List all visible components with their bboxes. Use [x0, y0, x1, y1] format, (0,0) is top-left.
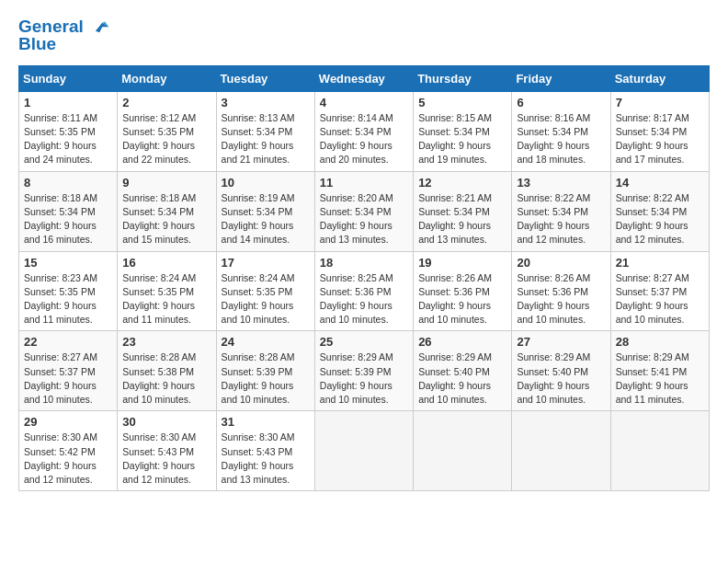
day-info: Sunrise: 8:26 AMSunset: 5:36 PMDaylight:… [517, 271, 605, 327]
day-number: 23 [122, 335, 210, 349]
day-info: Sunrise: 8:15 AMSunset: 5:34 PMDaylight:… [418, 111, 506, 167]
calendar-container: General Blue SundayMondayTuesdayWednesda… [0, 0, 728, 500]
day-info: Sunrise: 8:29 AMSunset: 5:40 PMDaylight:… [418, 350, 506, 407]
calendar-cell: 28Sunrise: 8:29 AMSunset: 5:41 PMDayligh… [610, 331, 709, 411]
day-info: Sunrise: 8:28 AMSunset: 5:38 PMDaylight:… [122, 350, 210, 407]
day-number: 15 [24, 256, 112, 270]
day-info: Sunrise: 8:19 AMSunset: 5:34 PMDaylight:… [222, 191, 310, 247]
day-info: Sunrise: 8:27 AMSunset: 5:37 PMDaylight:… [616, 271, 704, 327]
day-number: 25 [320, 335, 408, 349]
calendar-cell: 2Sunrise: 8:12 AMSunset: 5:35 PMDaylight… [118, 91, 216, 171]
calendar-cell: 22Sunrise: 8:27 AMSunset: 5:37 PMDayligh… [19, 331, 118, 411]
calendar-cell: 21Sunrise: 8:27 AMSunset: 5:37 PMDayligh… [610, 251, 709, 331]
calendar-cell: 18Sunrise: 8:25 AMSunset: 5:36 PMDayligh… [314, 251, 413, 331]
calendar-cell [414, 411, 512, 491]
calendar-cell: 4Sunrise: 8:14 AMSunset: 5:34 PMDaylight… [314, 91, 413, 171]
calendar-cell: 19Sunrise: 8:26 AMSunset: 5:36 PMDayligh… [414, 251, 512, 331]
col-header-sunday: Sunday [19, 65, 118, 91]
day-number: 10 [222, 176, 310, 190]
day-number: 21 [616, 256, 704, 270]
calendar-cell [610, 411, 709, 491]
day-info: Sunrise: 8:24 AMSunset: 5:35 PMDaylight:… [222, 271, 310, 327]
day-number: 27 [517, 335, 605, 349]
logo: General Blue [18, 17, 110, 54]
day-info: Sunrise: 8:26 AMSunset: 5:36 PMDaylight:… [418, 271, 506, 327]
day-info: Sunrise: 8:11 AMSunset: 5:35 PMDaylight:… [24, 111, 112, 167]
calendar-cell: 1Sunrise: 8:11 AMSunset: 5:35 PMDaylight… [19, 91, 118, 171]
day-number: 20 [517, 256, 605, 270]
calendar-cell: 11Sunrise: 8:20 AMSunset: 5:34 PMDayligh… [314, 171, 413, 251]
day-info: Sunrise: 8:29 AMSunset: 5:40 PMDaylight:… [517, 350, 605, 407]
day-info: Sunrise: 8:24 AMSunset: 5:35 PMDaylight:… [122, 271, 210, 327]
col-header-monday: Monday [118, 65, 216, 91]
day-info: Sunrise: 8:25 AMSunset: 5:36 PMDaylight:… [320, 271, 408, 327]
day-number: 18 [320, 256, 408, 270]
day-number: 13 [517, 176, 605, 190]
logo-general: General [18, 17, 84, 36]
col-header-tuesday: Tuesday [216, 65, 314, 91]
calendar-cell: 7Sunrise: 8:17 AMSunset: 5:34 PMDaylight… [610, 91, 709, 171]
day-info: Sunrise: 8:22 AMSunset: 5:34 PMDaylight:… [616, 191, 704, 247]
day-info: Sunrise: 8:17 AMSunset: 5:34 PMDaylight:… [616, 111, 704, 167]
day-info: Sunrise: 8:30 AMSunset: 5:42 PMDaylight:… [24, 431, 112, 487]
day-number: 7 [616, 96, 704, 109]
calendar-cell: 5Sunrise: 8:15 AMSunset: 5:34 PMDaylight… [414, 91, 512, 171]
calendar-cell: 20Sunrise: 8:26 AMSunset: 5:36 PMDayligh… [512, 251, 610, 331]
calendar-cell: 16Sunrise: 8:24 AMSunset: 5:35 PMDayligh… [118, 251, 216, 331]
calendar-cell [314, 411, 413, 491]
day-info: Sunrise: 8:30 AMSunset: 5:43 PMDaylight:… [122, 431, 210, 487]
day-number: 8 [24, 176, 112, 190]
calendar-cell: 13Sunrise: 8:22 AMSunset: 5:34 PMDayligh… [512, 171, 610, 251]
calendar-week-row: 1Sunrise: 8:11 AMSunset: 5:35 PMDaylight… [19, 91, 710, 171]
day-number: 24 [222, 335, 310, 349]
day-number: 11 [320, 176, 408, 190]
logo-bird-icon [90, 17, 110, 38]
day-number: 2 [122, 96, 210, 109]
calendar-cell: 17Sunrise: 8:24 AMSunset: 5:35 PMDayligh… [216, 251, 314, 331]
day-info: Sunrise: 8:16 AMSunset: 5:34 PMDaylight:… [517, 111, 605, 167]
day-info: Sunrise: 8:12 AMSunset: 5:35 PMDaylight:… [122, 111, 210, 167]
calendar-cell: 10Sunrise: 8:19 AMSunset: 5:34 PMDayligh… [216, 171, 314, 251]
calendar-table: SundayMondayTuesdayWednesdayThursdayFrid… [18, 65, 710, 491]
col-header-wednesday: Wednesday [314, 65, 413, 91]
day-number: 9 [122, 176, 210, 190]
calendar-cell: 3Sunrise: 8:13 AMSunset: 5:34 PMDaylight… [216, 91, 314, 171]
day-info: Sunrise: 8:27 AMSunset: 5:37 PMDaylight:… [24, 350, 112, 407]
day-number: 1 [24, 96, 112, 109]
calendar-cell: 27Sunrise: 8:29 AMSunset: 5:40 PMDayligh… [512, 331, 610, 411]
day-number: 3 [222, 96, 310, 109]
col-header-friday: Friday [512, 65, 610, 91]
day-info: Sunrise: 8:21 AMSunset: 5:34 PMDaylight:… [418, 191, 506, 247]
calendar-cell: 30Sunrise: 8:30 AMSunset: 5:43 PMDayligh… [118, 411, 216, 491]
calendar-cell: 9Sunrise: 8:18 AMSunset: 5:34 PMDaylight… [118, 171, 216, 251]
day-info: Sunrise: 8:30 AMSunset: 5:43 PMDaylight:… [222, 431, 310, 487]
day-number: 29 [24, 415, 112, 429]
day-number: 16 [122, 256, 210, 270]
day-info: Sunrise: 8:23 AMSunset: 5:35 PMDaylight:… [24, 271, 112, 327]
calendar-week-row: 8Sunrise: 8:18 AMSunset: 5:34 PMDaylight… [19, 171, 710, 251]
day-number: 6 [517, 96, 605, 109]
calendar-header: General Blue [18, 17, 710, 54]
calendar-cell: 29Sunrise: 8:30 AMSunset: 5:42 PMDayligh… [19, 411, 118, 491]
day-number: 17 [222, 256, 310, 270]
calendar-cell: 31Sunrise: 8:30 AMSunset: 5:43 PMDayligh… [216, 411, 314, 491]
calendar-cell: 6Sunrise: 8:16 AMSunset: 5:34 PMDaylight… [512, 91, 610, 171]
day-number: 31 [222, 415, 310, 429]
day-info: Sunrise: 8:18 AMSunset: 5:34 PMDaylight:… [122, 191, 210, 247]
calendar-cell: 14Sunrise: 8:22 AMSunset: 5:34 PMDayligh… [610, 171, 709, 251]
calendar-cell: 15Sunrise: 8:23 AMSunset: 5:35 PMDayligh… [19, 251, 118, 331]
day-info: Sunrise: 8:13 AMSunset: 5:34 PMDaylight:… [222, 111, 310, 167]
day-number: 19 [418, 256, 506, 270]
day-number: 22 [24, 335, 112, 349]
calendar-week-row: 22Sunrise: 8:27 AMSunset: 5:37 PMDayligh… [19, 331, 710, 411]
day-info: Sunrise: 8:28 AMSunset: 5:39 PMDaylight:… [222, 350, 310, 407]
day-info: Sunrise: 8:18 AMSunset: 5:34 PMDaylight:… [24, 191, 112, 247]
calendar-cell [512, 411, 610, 491]
day-number: 30 [122, 415, 210, 429]
day-info: Sunrise: 8:29 AMSunset: 5:41 PMDaylight:… [616, 350, 704, 407]
calendar-cell: 12Sunrise: 8:21 AMSunset: 5:34 PMDayligh… [414, 171, 512, 251]
col-header-thursday: Thursday [414, 65, 512, 91]
col-header-saturday: Saturday [610, 65, 709, 91]
day-number: 12 [418, 176, 506, 190]
day-number: 5 [418, 96, 506, 109]
